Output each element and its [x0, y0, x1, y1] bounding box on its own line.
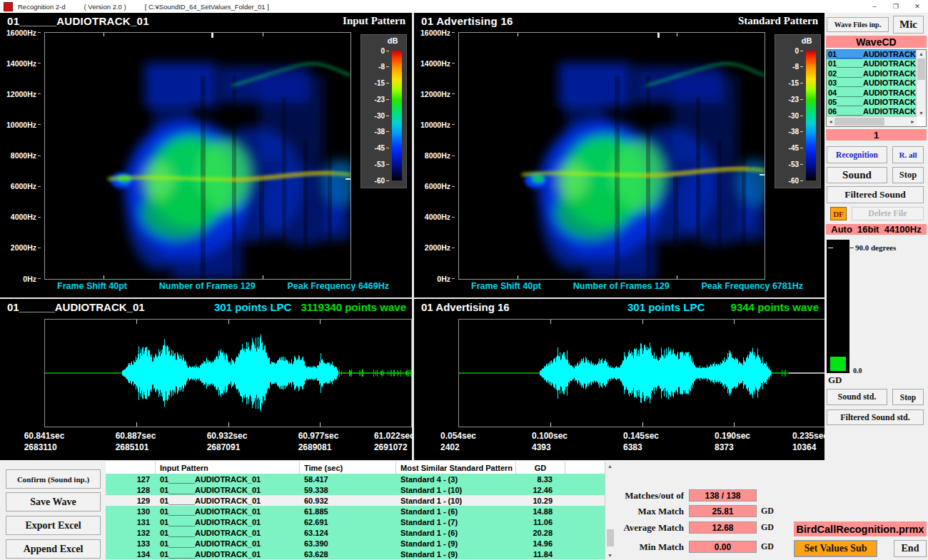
wave-files-input-button[interactable]: Wave Files inp. [827, 17, 889, 32]
freq-tick: 8000Hz [414, 152, 455, 160]
stop-std-button[interactable]: Stop [892, 389, 924, 405]
sound-button[interactable]: Sound [827, 167, 887, 183]
table-row[interactable]: 130 01______AUDIOTRACK_01 61.885 Standar… [106, 506, 605, 516]
time-tick: 0.145sec6383 [623, 430, 659, 453]
filtered-sound-std-button[interactable]: Filtered Sound std. [827, 409, 924, 425]
input-lpc-label: 301 points LPC [214, 301, 291, 313]
scroll-down-icon[interactable]: ▼ [607, 553, 612, 558]
table-scrollbar[interactable]: ▲ ▼ [605, 462, 615, 560]
filtered-sound-button[interactable]: Filtered Sound [827, 186, 924, 203]
minimize-icon[interactable]: – [864, 0, 885, 13]
scroll-left-icon[interactable]: ◄ [828, 119, 833, 124]
freq-tick: 6000Hz [0, 183, 41, 190]
scroll-thumb[interactable] [917, 58, 925, 80]
app-window: Recognition 2-d ( Version 2.0 ) [ C:¥Sou… [0, 0, 928, 560]
append-excel-button[interactable]: Append Excel [6, 539, 101, 559]
stop-button[interactable]: Stop [892, 167, 924, 183]
end-button[interactable]: End [894, 540, 927, 557]
close-icon[interactable]: ✕ [907, 0, 928, 13]
table-row[interactable]: 131 01______AUDIOTRACK_01 62.691 Standar… [106, 516, 605, 527]
db-ticks: 0-8-15-23-30-38-45-53-60 [361, 47, 389, 184]
track-list-item[interactable]: 05______AUDIOTRACK_01 [827, 98, 917, 107]
db-label: dB [385, 36, 400, 45]
input-spectrogram-plot [44, 32, 351, 280]
max-match-stat-row: Max Match 25.81 GD [617, 505, 796, 517]
standard-pattern-badge: Standard Pattern [738, 15, 818, 27]
frames-label: Number of Frames 129 [159, 281, 256, 291]
maximize-icon[interactable]: ❐ [885, 0, 907, 13]
results-table-body: 127 01______AUDIOTRACK_01 58.417 Standar… [106, 474, 605, 559]
recognize-all-button[interactable]: R. all [892, 146, 924, 163]
gauge-tick [828, 248, 833, 248]
recognition-button[interactable]: Recognition [827, 146, 887, 163]
app-path: [ C:¥SoundID_64_SetValues_Folder_01 ] [145, 3, 269, 11]
mic-button[interactable]: Mic [893, 16, 924, 34]
standard-track-title: 01 Advertising 16 [421, 15, 513, 27]
track-list-item[interactable]: 06______AUDIOTRACK_01 [827, 107, 917, 116]
input-spectrogram-panel: 01______AUDIOTRACK_01 Input Pattern 1600… [0, 13, 412, 297]
parameter-file-display: BirdCallRecognition.prmx [794, 521, 927, 536]
db-tick: 0 [775, 47, 803, 54]
scroll-thumb[interactable] [834, 118, 884, 126]
export-excel-button[interactable]: Export Excel [6, 516, 101, 535]
table-row[interactable]: 134 01______AUDIOTRACK_01 63.628 Standar… [106, 549, 605, 559]
confirm-sound-input-button[interactable]: Confirm (Sound inp.) [6, 469, 101, 489]
track-list[interactable]: ▲ ▼ ◄ ► 01______AUDIOTRACK_0101______AUD… [826, 49, 927, 127]
input-time-axis: 60.841sec268311060.887sec268510160.932se… [0, 430, 412, 454]
gd-gauge [827, 240, 849, 373]
save-wave-button[interactable]: Save Wave [6, 492, 101, 511]
freq-tick: 2000Hz [0, 244, 41, 252]
table-row[interactable]: 127 01______AUDIOTRACK_01 58.417 Standar… [106, 474, 605, 484]
track-list-item[interactable]: 02______AUDIOTRACK_01 [827, 69, 917, 78]
scroll-up-icon[interactable]: ▲ [919, 51, 924, 56]
peak-frequency-label: Peak Frequency 6469Hz [288, 281, 389, 291]
table-row[interactable]: 129 01______AUDIOTRACK_01 60.932 Standar… [106, 495, 605, 506]
scroll-up-icon[interactable]: ▲ [607, 464, 612, 469]
track-list-item[interactable]: 01______AUDIOTRACK_01 [827, 50, 917, 59]
scroll-right-icon[interactable]: ► [910, 119, 915, 124]
track-list-horizontal-scrollbar[interactable]: ◄ ► [827, 116, 917, 126]
input-points-label: 3119340 points wave [301, 301, 406, 313]
standard-spectrogram-info: Frame Shift 40pt Number of Frames 129 Pe… [471, 281, 803, 291]
app-title: Recognition 2-d [18, 3, 66, 11]
table-row[interactable]: 128 01______AUDIOTRACK_01 59.338 Standar… [106, 484, 605, 495]
freq-tick: 10000Hz [0, 121, 41, 128]
db-tick: -45 [775, 145, 803, 152]
db-tick: -15 [361, 80, 389, 87]
gd-gauge-fill [830, 357, 846, 371]
track-list-item[interactable]: 01______AUDIOTRACK_01 [827, 59, 917, 68]
standard-wave-title: 01 Advertising 16 [421, 301, 510, 313]
scroll-down-icon[interactable]: ▼ [919, 111, 924, 116]
table-row[interactable]: 132 01______AUDIOTRACK_01 63.124 Standar… [106, 527, 605, 538]
db-tick: -38 [775, 128, 803, 136]
gauge-min-label: 0.0 [853, 367, 862, 375]
table-row[interactable]: 133 01______AUDIOTRACK_01 63.390 Standar… [106, 538, 605, 549]
df-button[interactable]: DF [830, 207, 847, 220]
db-tick: -8 [361, 63, 389, 71]
db-tick: -60 [361, 177, 389, 184]
app-icon [4, 2, 13, 11]
track-list-vertical-scrollbar[interactable]: ▲ ▼ [916, 50, 926, 117]
db-tick: -53 [361, 161, 389, 168]
db-gradient [806, 51, 816, 180]
db-tick: -60 [775, 177, 803, 184]
scroll-thumb[interactable] [607, 529, 614, 546]
time-tick: 0.100sec4393 [532, 430, 568, 453]
freq-tick: 12000Hz [414, 90, 455, 98]
gd-unit-label: GD [761, 506, 774, 516]
gd-unit-label: GD [761, 522, 774, 533]
sound-std-button[interactable]: Sound std. [827, 389, 887, 405]
track-list-item[interactable]: 04______AUDIOTRACK_01 [827, 88, 917, 98]
set-values-sub-button[interactable]: Set Values Sub [794, 540, 877, 557]
freq-tick: 2000Hz [414, 244, 455, 252]
results-table-header: Input Pattern Time (sec) Most Similar St… [106, 462, 605, 474]
freq-tick: 8000Hz [0, 152, 41, 160]
matches-label: Matches/out of [617, 490, 684, 502]
track-list-item[interactable]: 03______AUDIOTRACK_01 [827, 78, 917, 88]
db-tick: -30 [775, 112, 803, 119]
frame-shift-label: Frame Shift 40pt [471, 281, 541, 291]
db-tick: -53 [775, 161, 803, 168]
time-tick: 60.841sec2683110 [24, 430, 65, 453]
max-match-label: Max Match [617, 506, 684, 517]
delete-file-button[interactable]: Delete File [852, 207, 924, 220]
